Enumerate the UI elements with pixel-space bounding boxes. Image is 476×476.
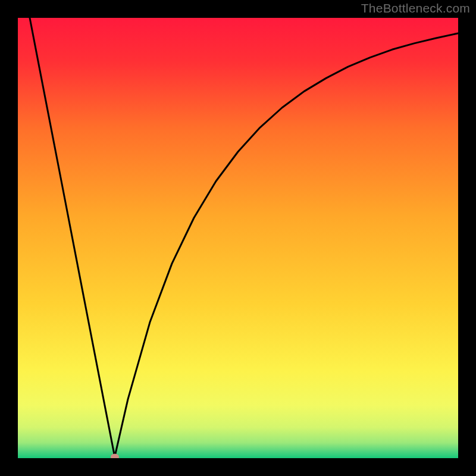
attribution-label: TheBottleneck.com [361,1,470,15]
plot-area [18,18,458,458]
gradient-bg [18,18,458,458]
chart-container: TheBottleneck.com [0,0,476,476]
chart-svg [18,18,458,458]
optimum-marker [111,453,119,458]
